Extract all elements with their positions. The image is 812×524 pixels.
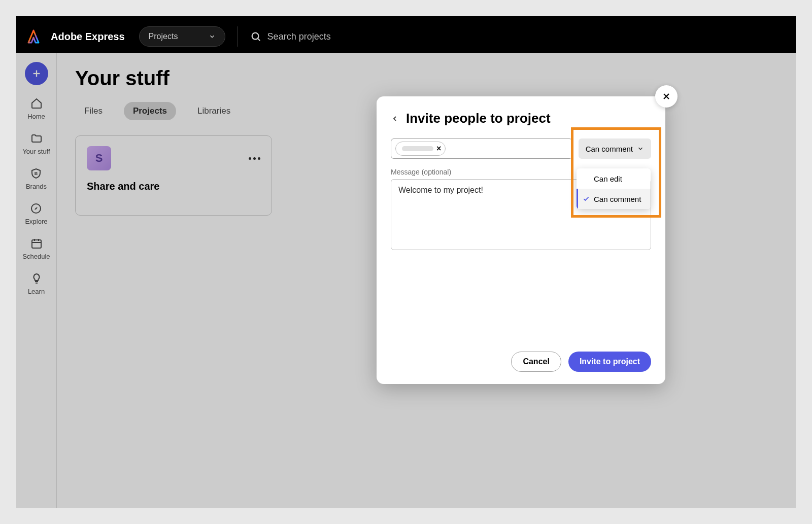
brand-name: Adobe Express [51, 31, 125, 43]
modal-title: Invite people to project [406, 111, 551, 126]
chevron-down-icon [637, 145, 644, 152]
permission-dropdown[interactable]: Can comment [579, 138, 651, 159]
invitee-input[interactable]: × [391, 138, 572, 159]
chevron-left-icon[interactable] [391, 115, 399, 123]
adobe-logo-icon [24, 27, 43, 46]
search-placeholder: Search projects [267, 31, 331, 42]
dropdown-label: Projects [149, 32, 178, 41]
option-label: Can edit [594, 174, 622, 183]
permission-option-comment[interactable]: Can comment [577, 189, 651, 209]
chevron-down-icon [209, 33, 216, 40]
separator [238, 26, 238, 47]
permission-option-edit[interactable]: Can edit [577, 168, 651, 189]
option-label: Can comment [594, 195, 641, 203]
close-modal-button[interactable] [655, 85, 678, 108]
search-icon [250, 31, 261, 42]
top-bar: Adobe Express Projects Search projects [16, 20, 796, 53]
invitee-chip[interactable]: × [395, 142, 446, 156]
invitee-chip-text [402, 146, 433, 151]
check-icon [583, 195, 590, 202]
search-input[interactable]: Search projects [250, 31, 331, 42]
cancel-button[interactable]: Cancel [511, 352, 561, 372]
close-icon[interactable]: × [436, 145, 441, 153]
close-icon [661, 91, 671, 101]
invite-modal: Invite people to project × Can comment M… [377, 96, 665, 384]
permission-label: Can comment [586, 145, 633, 153]
invite-button[interactable]: Invite to project [568, 352, 651, 372]
svg-point-0 [252, 33, 258, 40]
context-dropdown[interactable]: Projects [139, 26, 225, 47]
permission-menu: Can edit Can comment [577, 168, 651, 209]
svg-line-1 [258, 39, 260, 41]
